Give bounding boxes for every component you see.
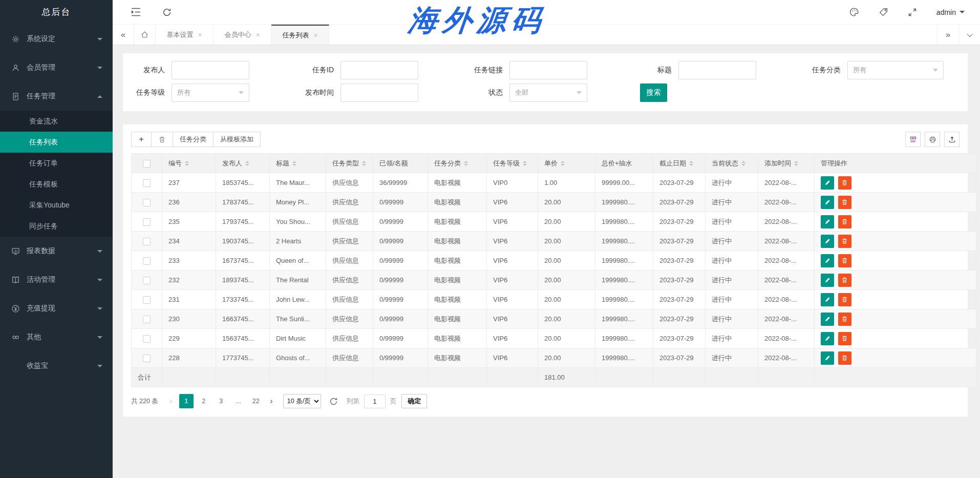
delete-button[interactable] [838, 332, 851, 345]
close-icon[interactable]: × [198, 31, 202, 39]
delete-button[interactable] [838, 254, 851, 267]
theme-palette-icon[interactable] [849, 7, 859, 17]
close-icon[interactable]: × [313, 31, 317, 39]
edit-button[interactable] [821, 351, 834, 365]
publish-time-input[interactable] [340, 84, 418, 102]
delete-button[interactable] [838, 235, 851, 248]
delete-button[interactable] [838, 313, 851, 326]
sort-icon[interactable] [464, 161, 468, 166]
refresh-icon[interactable] [162, 8, 172, 17]
column-header-添加时间[interactable]: 添加时间 [758, 154, 815, 173]
sort-icon[interactable] [741, 161, 745, 166]
delete-button[interactable] [838, 274, 851, 287]
delete-button[interactable] [838, 293, 851, 306]
confirm-button[interactable]: 确定 [401, 394, 427, 408]
tag-icon[interactable] [879, 7, 888, 17]
delete-button[interactable] [838, 176, 851, 190]
column-header-发布人[interactable]: 发布人 [216, 154, 270, 173]
edit-button[interactable] [821, 176, 834, 190]
edit-button[interactable] [821, 313, 834, 326]
row-checkbox[interactable] [132, 173, 162, 193]
sidebar-item-recharge-withdraw[interactable]: 充值提现 [0, 294, 113, 323]
sort-icon[interactable] [245, 161, 249, 166]
row-checkbox[interactable] [132, 193, 162, 212]
column-header-当前状态[interactable]: 当前状态 [706, 154, 758, 173]
column-header-任务等级[interactable]: 任务等级 [487, 154, 538, 173]
edit-button[interactable] [821, 196, 834, 209]
export-button[interactable] [944, 132, 960, 147]
fullscreen-icon[interactable] [908, 8, 917, 17]
title-input[interactable] [678, 61, 756, 79]
edit-button[interactable] [821, 332, 834, 345]
tab-任务列表[interactable]: 任务列表× [271, 25, 329, 45]
home-tab-button[interactable] [134, 25, 156, 45]
page-button-1[interactable]: 1 [179, 394, 194, 408]
goto-page-input[interactable] [364, 394, 386, 408]
row-checkbox[interactable] [132, 309, 162, 329]
sort-icon[interactable] [689, 161, 693, 166]
delete-button[interactable] [838, 196, 851, 209]
sort-icon[interactable] [561, 161, 565, 166]
column-header-编号[interactable]: 编号 [162, 154, 216, 173]
user-menu[interactable]: admin [936, 8, 965, 16]
sidebar-item-system-settings[interactable]: 系统设定 [0, 25, 113, 53]
status-select[interactable]: 全部 [509, 84, 587, 102]
add-task-button[interactable]: + [131, 132, 152, 147]
add-from-template-button[interactable]: 从模板添加 [213, 132, 261, 147]
sort-icon[interactable] [523, 161, 527, 166]
task-level-select[interactable]: 所有 [172, 84, 249, 102]
column-header-单价[interactable]: 单价 [538, 154, 595, 173]
prev-page-button[interactable]: ‹ [164, 394, 178, 408]
refresh-table-icon[interactable] [329, 397, 338, 406]
page-button-2[interactable]: 2 [197, 394, 211, 408]
select-all-checkbox[interactable] [132, 154, 162, 173]
sidebar-subitem-任务订单[interactable]: 任务订单 [0, 153, 113, 174]
column-header-截止日期[interactable]: 截止日期 [653, 154, 706, 173]
row-checkbox[interactable] [132, 232, 162, 251]
row-checkbox[interactable] [132, 329, 162, 348]
edit-button[interactable] [821, 293, 834, 306]
sidebar-item-reports[interactable]: 报表数据 [0, 237, 113, 265]
edit-button[interactable] [821, 235, 834, 248]
row-checkbox[interactable] [132, 251, 162, 271]
column-header-任务类型[interactable]: 任务类型 [326, 154, 373, 173]
sidebar-toggle-icon[interactable] [131, 8, 141, 16]
next-page-button[interactable]: › [265, 394, 278, 408]
page-button-22[interactable]: 22 [249, 394, 263, 408]
sidebar-subitem-资金流水[interactable]: 资金流水 [0, 111, 113, 132]
column-header-标题[interactable]: 标题 [270, 154, 326, 173]
page-button-3[interactable]: 3 [214, 394, 228, 408]
row-checkbox[interactable] [132, 348, 162, 368]
sort-icon[interactable] [794, 161, 798, 166]
tab-基本设置[interactable]: 基本设置× [156, 25, 214, 45]
edit-button[interactable] [821, 215, 834, 228]
tab-会员中心[interactable]: 会员中心× [214, 25, 271, 45]
edit-button[interactable] [821, 254, 834, 267]
row-checkbox[interactable] [132, 290, 162, 309]
task-link-input[interactable] [509, 61, 587, 79]
tabs-scroll-right-button[interactable]: » [937, 25, 958, 45]
sort-icon[interactable] [292, 161, 296, 166]
sidebar-item-tasks[interactable]: 任务管理 [0, 82, 113, 111]
task-id-input[interactable] [340, 61, 418, 79]
task-category-select[interactable]: 所有 [847, 61, 944, 79]
sidebar-item-members[interactable]: 会员管理 [0, 53, 113, 82]
publisher-input[interactable] [172, 61, 249, 79]
page-size-select[interactable]: 10 条/页 [283, 394, 321, 408]
sidebar-item-other[interactable]: 其他 [0, 323, 113, 351]
search-button[interactable]: 搜索 [640, 84, 667, 102]
delete-selected-button[interactable] [151, 132, 173, 147]
sort-icon[interactable] [362, 161, 366, 166]
sidebar-item-activities[interactable]: 活动管理 [0, 265, 113, 294]
delete-button[interactable] [838, 215, 851, 228]
tabs-menu-button[interactable] [958, 25, 980, 45]
edit-button[interactable] [821, 274, 834, 287]
columns-toggle-button[interactable] [905, 132, 921, 147]
sidebar-item-earnings[interactable]: 收益宝 [0, 351, 113, 380]
sidebar-subitem-采集Youtube[interactable]: 采集Youtube [0, 195, 113, 216]
row-checkbox[interactable] [132, 271, 162, 290]
sidebar-subitem-任务列表[interactable]: 任务列表 [0, 132, 113, 153]
tabs-scroll-left-button[interactable]: « [113, 25, 134, 45]
print-button[interactable] [925, 132, 940, 147]
close-icon[interactable]: × [255, 31, 260, 39]
